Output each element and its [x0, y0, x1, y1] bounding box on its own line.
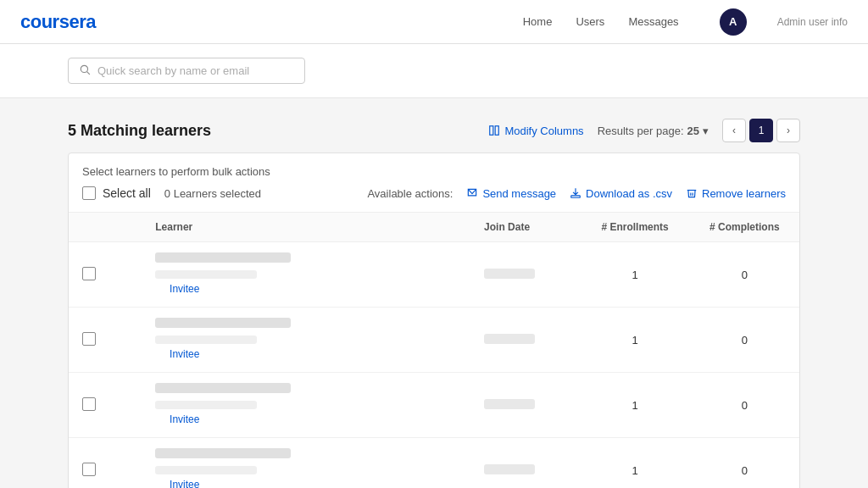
search-input[interactable]: [97, 64, 284, 77]
row-completions-cell: 0: [690, 308, 799, 373]
bulk-actions-row: Select all 0 Learners selected Available…: [82, 186, 786, 200]
row-enrollments-cell: 1: [580, 373, 689, 438]
col-header-learner: Learner: [142, 213, 470, 242]
invitee-badge[interactable]: Invitee: [164, 347, 204, 362]
row-joindate-cell: [470, 242, 580, 308]
row-enrollments-cell: 1: [580, 308, 689, 373]
table-scroll-area[interactable]: Learner Join Date # Enrollments # Comple…: [69, 213, 799, 488]
col-header-check: [69, 213, 142, 242]
row-checkbox[interactable]: [82, 332, 96, 346]
row-joindate-cell: [470, 373, 580, 438]
svg-rect-3: [496, 126, 499, 136]
row-checkbox-cell: [69, 373, 142, 438]
col-header-enrollments: # Enrollments: [580, 213, 689, 242]
prev-page-button[interactable]: ‹: [722, 119, 746, 142]
svg-line-1: [87, 72, 90, 75]
results-per-page-label: Results per page:: [598, 125, 684, 137]
row-checkbox-cell: [69, 242, 142, 308]
join-date-blurred: [484, 334, 535, 344]
bulk-actions-title: Select learners to perform bulk actions: [82, 165, 786, 178]
row-checkbox[interactable]: [82, 463, 96, 476]
available-actions: Available actions: Send message Download…: [367, 187, 786, 200]
top-pagination: ‹ 1 ›: [722, 119, 800, 142]
row-joindate-cell: [470, 308, 580, 373]
col-header-completions: # Completions: [690, 213, 799, 242]
next-page-button[interactable]: ›: [776, 119, 800, 142]
results-per-page: Results per page: 25 ▾: [598, 125, 709, 137]
search-bar-wrapper: [68, 58, 305, 84]
invitee-badge[interactable]: Invitee: [164, 281, 204, 297]
learner-email-blurred: [155, 336, 257, 344]
table-row: Invitee 1 0: [69, 373, 799, 438]
current-page-button[interactable]: 1: [749, 119, 773, 142]
row-enrollments-cell: 1: [580, 242, 689, 308]
row-enrollments-cell: 1: [580, 438, 689, 489]
row-checkbox[interactable]: [82, 397, 96, 411]
search-icon: [79, 64, 91, 78]
learner-email-blurred: [155, 401, 257, 409]
row-learner-cell: Invitee: [142, 242, 470, 308]
results-controls: Modify Columns Results per page: 25 ▾ ‹ …: [488, 119, 800, 142]
select-all-checkbox[interactable]: [82, 186, 96, 200]
avatar[interactable]: A: [720, 8, 747, 36]
learner-name-blurred: [155, 383, 291, 393]
row-learner-cell: Invitee: [142, 438, 470, 489]
send-message-button[interactable]: Send message: [466, 187, 556, 200]
join-date-blurred: [484, 269, 535, 279]
row-completions-cell: 0: [690, 438, 799, 489]
learner-name-blurred: [155, 318, 291, 328]
remove-learners-label: Remove learners: [702, 187, 786, 200]
remove-learners-button[interactable]: Remove learners: [686, 187, 786, 200]
table-header-row: Learner Join Date # Enrollments # Comple…: [69, 213, 799, 242]
join-date-blurred: [484, 464, 535, 474]
row-joindate-cell: [470, 438, 580, 489]
nav-home[interactable]: Home: [523, 15, 553, 28]
learner-name-blurred: [155, 448, 291, 458]
invitee-badge[interactable]: Invitee: [164, 412, 204, 427]
select-all-label[interactable]: Select all: [103, 186, 151, 200]
nav-messages[interactable]: Messages: [628, 15, 678, 28]
table-row: Invitee 1 0: [69, 242, 799, 308]
row-checkbox[interactable]: [82, 267, 96, 280]
join-date-blurred: [484, 399, 535, 409]
invitee-badge[interactable]: Invitee: [164, 477, 204, 488]
table-row: Invitee 1 0: [69, 308, 799, 373]
nav-users[interactable]: Users: [576, 15, 604, 28]
send-message-label: Send message: [482, 187, 556, 200]
select-all-wrap: Select all: [82, 186, 151, 200]
main-nav: Home Users Messages A Admin user info: [523, 8, 848, 36]
bulk-actions-bar: Select learners to perform bulk actions …: [69, 153, 799, 213]
learner-email-blurred: [155, 466, 257, 474]
row-checkbox-cell: [69, 438, 142, 489]
search-section: [0, 44, 868, 98]
app-header: coursera Home Users Messages A Admin use…: [0, 0, 868, 44]
download-csv-label: Download as .csv: [586, 187, 672, 200]
user-info: Admin user info: [777, 16, 848, 28]
row-learner-cell: Invitee: [142, 373, 470, 438]
svg-rect-4: [571, 196, 581, 197]
download-csv-button[interactable]: Download as .csv: [570, 187, 672, 200]
row-completions-cell: 0: [690, 242, 799, 308]
table-row: Invitee 1 0: [69, 438, 799, 489]
available-actions-label: Available actions:: [367, 187, 453, 200]
row-checkbox-cell: [69, 308, 142, 373]
selected-count: 0 Learners selected: [164, 187, 261, 200]
results-title: 5 Matching learners: [68, 122, 211, 140]
chevron-down-icon[interactable]: ▾: [703, 125, 709, 137]
results-per-page-value: 25: [687, 125, 699, 137]
learner-email-blurred: [155, 270, 257, 279]
modify-columns-label: Modify Columns: [504, 125, 583, 137]
logo: coursera: [20, 11, 96, 33]
svg-point-0: [81, 65, 87, 72]
results-header: 5 Matching learners Modify Columns Resul…: [68, 119, 800, 142]
svg-rect-2: [490, 126, 493, 136]
learner-table-container: Select learners to perform bulk actions …: [68, 152, 800, 488]
row-completions-cell: 0: [690, 373, 799, 438]
col-header-joindate: Join Date: [470, 213, 580, 242]
modify-columns-button[interactable]: Modify Columns: [488, 125, 583, 137]
learner-table: Learner Join Date # Enrollments # Comple…: [69, 213, 799, 488]
learner-name-blurred: [155, 252, 291, 263]
main-content: 5 Matching learners Modify Columns Resul…: [0, 98, 868, 488]
row-learner-cell: Invitee: [142, 308, 470, 373]
